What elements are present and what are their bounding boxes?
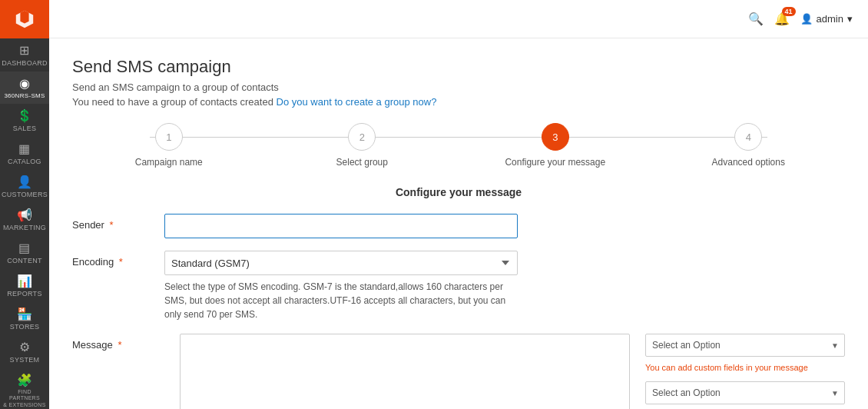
step-2-circle: 2 [348, 123, 376, 151]
sidebar-item-stores[interactable]: 🏪 STORES [0, 302, 49, 335]
sender-label: Sender * [72, 214, 164, 231]
sms-icon: ◉ [19, 78, 30, 90]
notification-badge: 41 [782, 7, 796, 16]
page-subtitle: Send an SMS campaign to a group of conta… [72, 81, 845, 93]
sidebar-item-find-partners[interactable]: 🧩 FIND PARTNERS& EXTENSIONS [0, 368, 49, 409]
create-group-link[interactable]: Do you want to create a group now? [277, 96, 437, 108]
step-4: 4 Advanced options [652, 123, 846, 168]
encoding-label: Encoding * [72, 251, 164, 268]
custom-fields-select[interactable]: Select an Option [645, 334, 845, 357]
step-3-circle: 3 [542, 123, 569, 151]
sidebar-item-content[interactable]: ▤ CONTENT [0, 236, 49, 269]
stepper: 1 Campaign name 2 Select group 3 Configu… [72, 123, 845, 168]
step-2-label: Select group [336, 157, 388, 168]
sales-icon: 💲 [17, 110, 32, 122]
sidebar-item-catalog[interactable]: ▦ CATALOG [0, 137, 49, 170]
customers-icon: 👤 [17, 176, 32, 188]
message-required: * [118, 339, 121, 351]
sender-control [164, 214, 845, 238]
marketing-icon: 📢 [17, 209, 32, 221]
message-label-col: Message * [72, 334, 164, 351]
step-4-label: Advanced options [712, 157, 785, 168]
dashboard-icon: ⊞ [19, 45, 29, 57]
search-icon[interactable]: 🔍 [748, 12, 764, 26]
step-1-label: Campaign name [135, 157, 203, 168]
chevron-down-icon: ▾ [847, 13, 853, 25]
message-row: Message * Select an Option You can add c… [72, 334, 845, 409]
sidebar-item-reports[interactable]: 📊 REPORTS [0, 269, 49, 302]
sidebar: ⊞ DASHBOARD ◉ 360NRS-SMS 💲 SALES ▦ CATAL… [0, 0, 49, 409]
sender-required: * [110, 219, 114, 231]
encoding-required: * [119, 256, 123, 268]
system-icon: ⚙ [19, 341, 30, 354]
catalog-icon: ▦ [18, 143, 30, 155]
page-body: Send SMS campaign Send an SMS campaign t… [49, 38, 868, 409]
user-menu[interactable]: 👤 admin ▾ [800, 13, 853, 25]
encoding-hint: Select the type of SMS encoding. GSM-7 i… [164, 280, 518, 321]
user-icon: 👤 [800, 13, 813, 25]
urls-select-wrap: Select an Option [645, 381, 845, 404]
reports-icon: 📊 [17, 275, 32, 288]
custom-fields-note: You can add custom fields in your messag… [645, 363, 845, 372]
step-4-circle: 4 [734, 123, 762, 151]
encoding-control: Standard (GSM7) UTF-16 Select the type o… [164, 251, 845, 321]
create-group-prompt: You need to have a group of contacts cre… [72, 96, 845, 108]
sidebar-item-customers[interactable]: 👤 CUSTOMERS [0, 170, 49, 203]
encoding-select[interactable]: Standard (GSM7) UTF-16 [164, 251, 518, 275]
sidebar-item-dashboard[interactable]: ⊞ DASHBOARD [0, 38, 49, 71]
message-textarea-col [180, 334, 630, 409]
stores-icon: 🏪 [17, 308, 32, 321]
notification-button[interactable]: 🔔 41 [774, 12, 790, 26]
sender-input[interactable] [164, 214, 518, 238]
step-2: 2 Select group [266, 123, 459, 168]
username-label: admin [817, 13, 843, 25]
message-options-col: Select an Option You can add custom fiel… [645, 334, 845, 409]
step-1: 1 Campaign name [72, 123, 266, 168]
sidebar-logo [0, 0, 49, 38]
message-label: Message * [72, 334, 121, 351]
content-icon: ▤ [18, 242, 30, 254]
sender-row: Sender * [72, 214, 845, 238]
urls-select[interactable]: Select an Option [645, 381, 845, 404]
main-content: 🔍 🔔 41 👤 admin ▾ Send SMS campaign Send … [49, 0, 868, 409]
sidebar-item-sales[interactable]: 💲 SALES [0, 104, 49, 137]
step-1-circle: 1 [155, 123, 183, 151]
sidebar-item-system[interactable]: ⚙ SYSTEM [0, 335, 49, 368]
encoding-row: Encoding * Standard (GSM7) UTF-16 Select… [72, 251, 845, 321]
sidebar-item-360nrs-sms[interactable]: ◉ 360NRS-SMS [0, 71, 49, 104]
partners-icon: 🧩 [17, 374, 32, 387]
topbar: 🔍 🔔 41 👤 admin ▾ [49, 0, 868, 38]
message-textarea[interactable] [180, 334, 630, 409]
page-title: Send SMS campaign [72, 57, 845, 77]
form-section-title: Configure your message [72, 186, 845, 198]
sidebar-item-marketing[interactable]: 📢 MARKETING [0, 203, 49, 236]
custom-fields-select-wrap: Select an Option [645, 334, 845, 357]
step-3: 3 Configure your message [459, 123, 652, 168]
step-3-label: Configure your message [505, 157, 605, 168]
